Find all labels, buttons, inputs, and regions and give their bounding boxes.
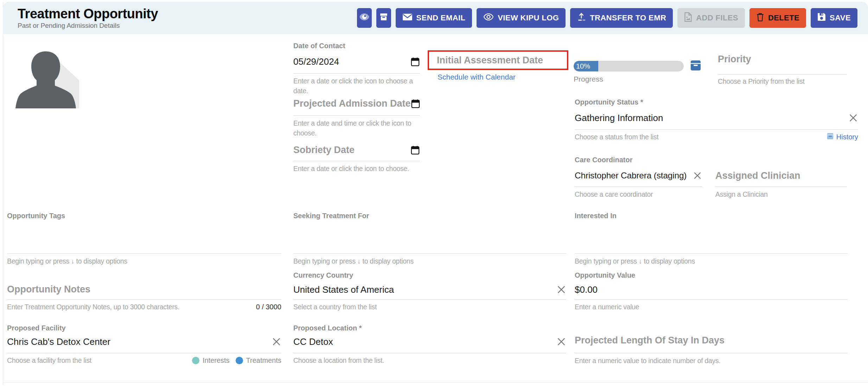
transfer-to-emr-button[interactable]: TRANSFER TO EMR	[570, 8, 673, 28]
priority-input[interactable]: Priority	[718, 53, 847, 75]
field-care-coordinator: Care Coordinator Christopher Cabrera (st…	[575, 156, 702, 199]
schedule-with-calendar-link[interactable]: Schedule with Calendar	[438, 73, 516, 81]
add-files-button[interactable]: ADD FILES	[677, 8, 745, 28]
proposed-facility-label: Proposed Facility	[7, 324, 281, 331]
send-email-button[interactable]: SEND EMAIL	[396, 8, 472, 28]
date-of-contact-label: Date of Contact	[293, 42, 420, 49]
clear-icon[interactable]	[556, 285, 566, 295]
envelope-icon	[402, 13, 413, 23]
opportunity-value-input[interactable]: $0.00	[575, 284, 848, 300]
projected-length-of-stay-placeholder: Projected Length Of Stay In Days	[575, 335, 725, 346]
clear-icon[interactable]	[272, 337, 281, 347]
opportunity-notes-input[interactable]: Opportunity Notes	[7, 284, 281, 300]
sobriety-date-placeholder: Sobriety Date	[293, 144, 355, 156]
currency-country-label: Currency Country	[293, 272, 566, 279]
calendar-icon[interactable]	[411, 99, 420, 108]
clear-icon[interactable]	[848, 113, 858, 123]
archive-box-icon	[379, 12, 388, 24]
opportunity-notes-placeholder: Opportunity Notes	[7, 284, 90, 295]
calendar-icon[interactable]	[410, 145, 420, 155]
date-of-contact-value[interactable]: 05/29/2024	[293, 56, 339, 67]
sobriety-date-input[interactable]: Sobriety Date	[293, 144, 420, 161]
seeking-treatment-for-input[interactable]	[293, 219, 566, 254]
page-header: Treatment Opportunity Past or Pending Ad…	[3, 2, 868, 34]
facility-legend: Interests Treatments	[192, 356, 281, 365]
proposed-location-value[interactable]: CC Detox	[293, 336, 333, 347]
proposed-facility-input[interactable]: Chris Cab's Detox Center	[7, 336, 281, 353]
field-initial-assessment-date: Initial Assessment Date Schedule with Ca…	[428, 50, 568, 81]
care-coordinator-value[interactable]: Christopher Cabrera (staging)	[575, 170, 687, 181]
proposed-facility-value[interactable]: Chris Cab's Detox Center	[7, 336, 110, 347]
field-currency-country: Currency Country United States of Americ…	[293, 272, 566, 312]
delete-button[interactable]: DELETE	[749, 8, 806, 28]
delete-label: DELETE	[768, 13, 799, 23]
projected-admission-date-helper: Enter a date and time or click the icon …	[293, 118, 420, 138]
currency-country-input[interactable]: United States of America	[293, 284, 566, 300]
priority-placeholder: Priority	[718, 54, 751, 64]
opportunity-status-input[interactable]: Gathering Information	[575, 113, 858, 130]
opportunity-status-helper: Choose a status from the list	[575, 132, 658, 142]
assigned-clinician-helper: Assign a Clinician	[715, 189, 847, 199]
opportunity-tags-label: Opportunity Tags	[7, 212, 281, 219]
opportunity-status-value[interactable]: Gathering Information	[575, 113, 663, 123]
opportunity-notes-helper: Enter Treatment Opportunity Notes, up to…	[7, 302, 179, 312]
progress-fill: 10%	[574, 61, 598, 71]
status-history-link[interactable]: History	[826, 132, 858, 141]
send-email-label: SEND EMAIL	[416, 13, 466, 23]
field-assigned-clinician: Assigned Clinician Assign a Clinician	[715, 170, 847, 199]
opportunity-value-value[interactable]: $0.00	[575, 284, 598, 295]
initial-assessment-date-input highlight-box[interactable]: Initial Assessment Date	[428, 50, 568, 70]
field-proposed-facility: Proposed Facility Chris Cab's Detox Cent…	[7, 324, 281, 365]
field-proposed-location: Proposed Location * CC Detox Choose a lo…	[293, 324, 566, 365]
archive-button[interactable]	[376, 8, 391, 28]
patient-avatar	[12, 46, 79, 108]
projected-admission-date-placeholder: Projected Admission Date	[293, 98, 411, 109]
transfer-to-emr-label: TRANSFER TO EMR	[590, 13, 666, 23]
assigned-clinician-input[interactable]: Assigned Clinician	[715, 170, 847, 187]
proposed-location-helper: Choose a location from the list.	[293, 355, 566, 365]
upload-icon	[577, 12, 586, 24]
preview-button[interactable]	[357, 8, 372, 28]
view-kipu-log-label: VIEW KIPU LOG	[498, 13, 559, 23]
panel-bottom-edge	[3, 382, 868, 382]
field-opportunity-notes: Opportunity Notes Enter Treatment Opport…	[7, 284, 281, 312]
view-kipu-log-button[interactable]: VIEW KIPU LOG	[477, 8, 566, 28]
clear-icon[interactable]	[556, 337, 566, 347]
proposed-location-input[interactable]: CC Detox	[293, 336, 566, 353]
opportunity-tags-helper: Begin typing or press ↓ to display optio…	[7, 256, 281, 266]
interested-in-helper: Begin typing or press ↓ to display optio…	[575, 256, 848, 266]
field-opportunity-value: Opportunity Value $0.00 Enter a numeric …	[575, 272, 848, 312]
calendar-icon[interactable]	[410, 57, 420, 67]
panel-left-edge	[3, 2, 3, 385]
eye-solid-icon	[359, 13, 370, 23]
care-coordinator-input[interactable]: Christopher Cabrera (staging)	[575, 170, 702, 187]
field-projected-admission-date: Projected Admission Date Enter a date an…	[293, 98, 420, 138]
interested-in-input[interactable]	[575, 219, 848, 254]
history-box-icon	[826, 132, 834, 141]
currency-country-helper: Select a country from the list	[293, 302, 566, 312]
opportunity-value-label: Opportunity Value	[575, 272, 848, 279]
interests-legend-label: Interests	[203, 356, 230, 365]
field-progress: 10% Progress	[574, 59, 702, 83]
projected-admission-date-input[interactable]: Projected Admission Date	[293, 98, 420, 116]
opportunity-status-label: Opportunity Status *	[575, 99, 858, 106]
clear-icon[interactable]	[693, 171, 702, 180]
date-of-contact-helper: Enter a date or click the icon to choose…	[293, 76, 420, 96]
treatments-dot-icon	[236, 357, 243, 364]
currency-country-value[interactable]: United States of America	[293, 284, 394, 295]
progress-bar: 10%	[574, 61, 684, 71]
save-button[interactable]: SAVE	[811, 8, 857, 28]
interests-dot-icon	[192, 357, 199, 364]
field-sobriety-date: Sobriety Date Enter a date or click the …	[293, 144, 420, 173]
save-label: SAVE	[830, 13, 851, 23]
progress-percent: 10%	[576, 62, 590, 70]
projected-length-of-stay-input[interactable]: Projected Length Of Stay In Days	[575, 335, 848, 353]
progress-history-icon[interactable]	[690, 59, 702, 73]
opportunity-tags-input[interactable]	[7, 219, 281, 254]
page-title: Treatment Opportunity	[18, 6, 158, 21]
sobriety-date-helper: Enter a date or click the icon to choose…	[293, 164, 420, 173]
trash-icon	[756, 13, 764, 24]
date-of-contact-input[interactable]: 05/29/2024	[293, 56, 420, 74]
character-counter: 0 / 3000	[256, 303, 281, 311]
add-files-label: ADD FILES	[696, 13, 738, 23]
